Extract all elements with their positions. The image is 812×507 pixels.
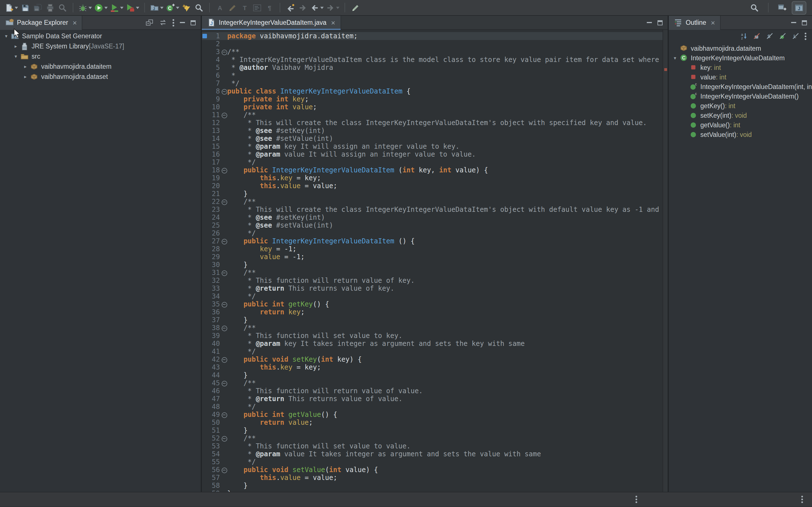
- code-line[interactable]: 20 this.value = value;: [202, 182, 668, 190]
- code-line[interactable]: 54 * @param value It takes integer as ar…: [202, 450, 668, 458]
- line-number[interactable]: 14: [207, 135, 220, 143]
- code-line[interactable]: 42 public void setKey(int key) {: [202, 355, 668, 363]
- tree-item-package-dataset[interactable]: ▸vaibhavmojidra.dataset: [0, 71, 201, 82]
- code-line[interactable]: 1package vaibhavmojidra.dataitem;: [202, 32, 668, 40]
- fold-toggle-icon[interactable]: [221, 269, 227, 277]
- fold-toggle-icon[interactable]: [221, 324, 227, 332]
- code-line[interactable]: 2: [202, 40, 668, 48]
- forward-button[interactable]: [325, 1, 341, 14]
- minimize-icon[interactable]: [647, 22, 652, 23]
- outline-item-class[interactable]: ▾CIntegerKeyIntegerValueDataItem: [669, 53, 812, 62]
- search-dialog-button[interactable]: [56, 1, 69, 14]
- code-line[interactable]: 6 *: [202, 71, 668, 79]
- chevron-right-icon[interactable]: ▸: [21, 74, 29, 79]
- code-line[interactable]: 27 public IntegerKeyIntegerValueDataItem…: [202, 237, 668, 245]
- new-java-project-button[interactable]: J: [149, 1, 165, 14]
- code-line[interactable]: 45 /**: [202, 379, 668, 387]
- code-line[interactable]: 25 * @see #setValue(int): [202, 221, 668, 229]
- line-number[interactable]: 7: [207, 79, 220, 87]
- line-number[interactable]: 28: [207, 245, 220, 253]
- hide-non-public-members-icon[interactable]: [779, 32, 786, 40]
- mark-occurrences-button[interactable]: [349, 1, 361, 14]
- dropdown-arrow-icon[interactable]: [136, 6, 139, 9]
- code-line[interactable]: 55 */: [202, 458, 668, 466]
- line-number[interactable]: 31: [207, 269, 220, 277]
- line-number[interactable]: 52: [207, 434, 220, 442]
- code-line[interactable]: 46 * This function will return value of …: [202, 387, 668, 395]
- code-line[interactable]: 19 this.key = key;: [202, 174, 668, 182]
- code-line[interactable]: 37 }: [202, 316, 668, 324]
- debug-button[interactable]: [77, 1, 93, 14]
- code-line[interactable]: 4 * IntegerKeyIntegerValueDataItem class…: [202, 56, 668, 64]
- line-number[interactable]: 1: [207, 32, 220, 40]
- line-number[interactable]: 40: [207, 340, 220, 348]
- code-line[interactable]: 56 public void setValue(int value) {: [202, 466, 668, 474]
- line-number[interactable]: 51: [207, 427, 220, 434]
- fold-toggle-icon[interactable]: [221, 466, 227, 474]
- show-type-button[interactable]: T: [239, 1, 251, 14]
- save-all-button[interactable]: [32, 1, 44, 14]
- code-line[interactable]: 43 this.key = key;: [202, 363, 668, 371]
- line-number[interactable]: 13: [207, 127, 220, 135]
- line-number[interactable]: 23: [207, 206, 220, 214]
- fold-toggle-icon[interactable]: [221, 111, 227, 119]
- view-menu-icon[interactable]: [172, 22, 174, 23]
- line-number[interactable]: 38: [207, 324, 220, 332]
- code-line[interactable]: 58 }: [202, 482, 668, 490]
- outline-item-getvalue[interactable]: getValue() : int: [669, 120, 812, 129]
- line-number[interactable]: 27: [207, 237, 220, 245]
- outline-item-getkey[interactable]: getKey() : int: [669, 101, 812, 110]
- code-line[interactable]: 57 this.value = value;: [202, 474, 668, 482]
- code-line[interactable]: 7 */: [202, 79, 668, 87]
- new-wizard-button[interactable]: [3, 1, 19, 14]
- code-line[interactable]: 13 * @see #setKey(int): [202, 127, 668, 135]
- code-line[interactable]: 50 return value;: [202, 418, 668, 427]
- code-line[interactable]: 59}: [202, 490, 668, 492]
- outline-item-constructor-default[interactable]: cIntegerKeyIntegerValueDataItem(): [669, 91, 812, 101]
- tab-outline[interactable]: Outline ×: [669, 16, 721, 30]
- tree-item-package-dataitem[interactable]: ▸vaibhavmojidra.dataitem: [0, 61, 201, 71]
- line-number[interactable]: 48: [207, 403, 220, 411]
- fold-toggle-icon[interactable]: [221, 434, 227, 442]
- line-number[interactable]: 32: [207, 277, 220, 284]
- line-number[interactable]: 59: [207, 490, 220, 492]
- fold-toggle-icon[interactable]: [221, 48, 227, 56]
- line-number[interactable]: 56: [207, 466, 220, 474]
- annotations-button[interactable]: A: [214, 1, 226, 14]
- code-line[interactable]: 51 }: [202, 427, 668, 434]
- code-line[interactable]: 36 return key;: [202, 308, 668, 316]
- code-line[interactable]: 11 /**: [202, 111, 668, 119]
- coverage-button[interactable]: [109, 1, 124, 14]
- outline-item-setvalue[interactable]: setValue(int) : void: [669, 129, 812, 139]
- line-number[interactable]: 12: [207, 119, 220, 127]
- code-line[interactable]: 30 }: [202, 261, 668, 269]
- outline-item-field-value[interactable]: value : int: [669, 72, 812, 82]
- line-number[interactable]: 2: [207, 40, 220, 48]
- line-number[interactable]: 25: [207, 221, 220, 229]
- code-line[interactable]: 14 * @see #setValue(int): [202, 135, 668, 143]
- line-number[interactable]: 33: [207, 284, 220, 292]
- chevron-down-icon[interactable]: ▾: [12, 54, 20, 59]
- line-number[interactable]: 47: [207, 395, 220, 403]
- overview-ruler[interactable]: [663, 30, 668, 492]
- new-java-class-button[interactable]: C: [165, 1, 181, 14]
- line-number[interactable]: 42: [207, 355, 220, 363]
- line-number[interactable]: 3: [207, 48, 220, 56]
- quick-fix-button[interactable]: [226, 1, 239, 14]
- problem-marker[interactable]: [664, 68, 667, 71]
- line-number[interactable]: 44: [207, 371, 220, 379]
- last-edit-location-button[interactable]: [284, 1, 297, 14]
- fold-toggle-icon[interactable]: [221, 87, 227, 95]
- code-line[interactable]: 23 * This will create the class IntegerK…: [202, 206, 668, 214]
- code-line[interactable]: 16 * @param value It will assign an inte…: [202, 151, 668, 158]
- chevron-right-icon[interactable]: ▸: [12, 43, 20, 49]
- line-number[interactable]: 5: [207, 64, 220, 71]
- code-line[interactable]: 18 public IntegerKeyIntegerValueDataItem…: [202, 166, 668, 174]
- outline-item-constructor-args[interactable]: cIntegerKeyIntegerValueDataItem(int, int…: [669, 82, 812, 91]
- code-line[interactable]: 3/**: [202, 48, 668, 56]
- dropdown-arrow-icon[interactable]: [320, 6, 324, 9]
- code-line[interactable]: 9 private int key;: [202, 95, 668, 103]
- line-number[interactable]: 21: [207, 190, 220, 198]
- code-line[interactable]: 24 * @see #setKey(int): [202, 214, 668, 221]
- hide-fields-icon[interactable]: [753, 32, 761, 40]
